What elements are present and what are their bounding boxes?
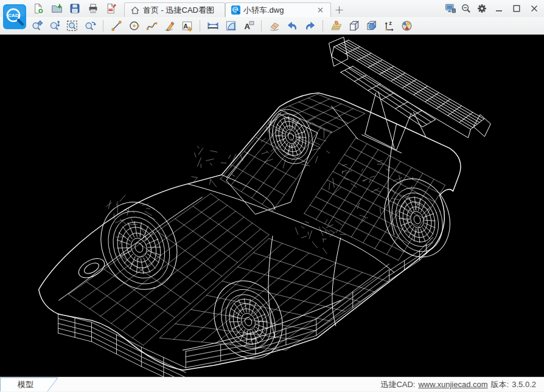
pencil-tool-icon[interactable]: [162, 19, 176, 32]
tab-document-label: 小轿车.dwg: [243, 5, 284, 16]
plus-icon: [335, 6, 343, 14]
footer-info: 迅捷CAD: www.xunjiecad.com 版本: 3.5.0.2: [380, 379, 544, 390]
settings-gear-icon[interactable]: [475, 2, 489, 15]
model-tab[interactable]: 模型: [0, 377, 66, 391]
minimize-button[interactable]: [491, 2, 506, 15]
eraser-icon[interactable]: [268, 19, 281, 32]
close-button[interactable]: [526, 2, 542, 15]
toolbar-separator: [323, 20, 323, 32]
box-3d-icon[interactable]: [347, 19, 360, 32]
svg-text:PDF: PDF: [108, 9, 113, 11]
statusbar: 模型 迅捷CAD: www.xunjiecad.com 版本: 3.5.0.2: [0, 377, 544, 391]
new-file-icon[interactable]: [32, 2, 45, 15]
close-icon: [531, 5, 538, 12]
toolbar-separator: [261, 20, 262, 32]
text-annotation-icon[interactable]: A: [242, 19, 255, 32]
cad-logo-icon: CAD: [231, 5, 240, 15]
drawing-canvas[interactable]: [0, 35, 544, 377]
text-edit-icon[interactable]: A: [180, 19, 194, 32]
zoom-window-icon[interactable]: [66, 19, 79, 32]
svg-text:CAD: CAD: [233, 9, 238, 11]
footer-version: 3.5.0.2: [512, 380, 536, 389]
wireframe-car-drawing: [0, 35, 544, 377]
open-folder-icon[interactable]: [50, 2, 63, 15]
tab-document[interactable]: CAD 小轿车.dwg: [225, 2, 331, 17]
remote-desktop-icon[interactable]: [444, 2, 457, 15]
pan-zoom-icon[interactable]: [30, 19, 44, 32]
maximize-icon: [513, 5, 520, 12]
view-3d-icon[interactable]: [364, 19, 378, 32]
zoom-vertical-icon[interactable]: [48, 19, 61, 32]
footer-version-label: 版本:: [491, 379, 509, 390]
axes-xyz-icon[interactable]: z: [382, 19, 396, 32]
window-controls: [444, 2, 544, 15]
toolbar-separator: [200, 20, 200, 32]
zoom-previous-icon[interactable]: [83, 19, 97, 32]
maximize-button[interactable]: [509, 2, 524, 15]
toolbar: A A z: [0, 17, 544, 35]
tab-home-label: 首页 - 迅捷CAD看图: [143, 5, 214, 16]
save-icon[interactable]: [68, 2, 82, 15]
line-tool-icon[interactable]: [110, 19, 123, 32]
model-tab-label: 模型: [0, 377, 51, 391]
cad-logo-icon: CAD: [3, 4, 26, 29]
measure-area-icon[interactable]: [224, 19, 237, 32]
titlebar: CAD PDF 首页 - 迅捷CAD看图: [0, 0, 544, 17]
render-globe-icon[interactable]: [400, 19, 413, 32]
footer-brand: 迅捷CAD:: [380, 379, 415, 390]
new-tab-button[interactable]: [331, 2, 347, 17]
tab-strip: 首页 - 迅捷CAD看图 CAD 小轿车.dwg: [124, 0, 347, 17]
undo-icon[interactable]: [285, 19, 299, 32]
app-logo-icon[interactable]: CAD: [3, 4, 26, 29]
export-pdf-icon[interactable]: PDF: [105, 2, 118, 15]
quick-actions: PDF: [32, 2, 118, 15]
spline-tool-icon[interactable]: [145, 19, 158, 32]
svg-text:z: z: [389, 20, 391, 26]
toolbar-separator: [103, 20, 103, 32]
tab-close-icon[interactable]: [315, 5, 325, 15]
home-icon: [130, 5, 140, 15]
svg-text:A: A: [183, 22, 188, 29]
footer-link[interactable]: www.xunjiecad.com: [418, 380, 487, 389]
app-window: CAD PDF 首页 - 迅捷CAD看图: [0, 0, 544, 392]
magnifier-icon[interactable]: [459, 2, 473, 15]
redo-icon[interactable]: [303, 19, 316, 32]
svg-text:CAD: CAD: [8, 13, 19, 18]
measure-distance-icon[interactable]: [206, 19, 220, 32]
circle-tool-icon[interactable]: [127, 19, 141, 32]
layers-icon[interactable]: [329, 19, 343, 32]
minimize-icon: [495, 5, 503, 12]
print-icon[interactable]: [86, 2, 100, 15]
tab-home[interactable]: 首页 - 迅捷CAD看图: [124, 2, 225, 17]
